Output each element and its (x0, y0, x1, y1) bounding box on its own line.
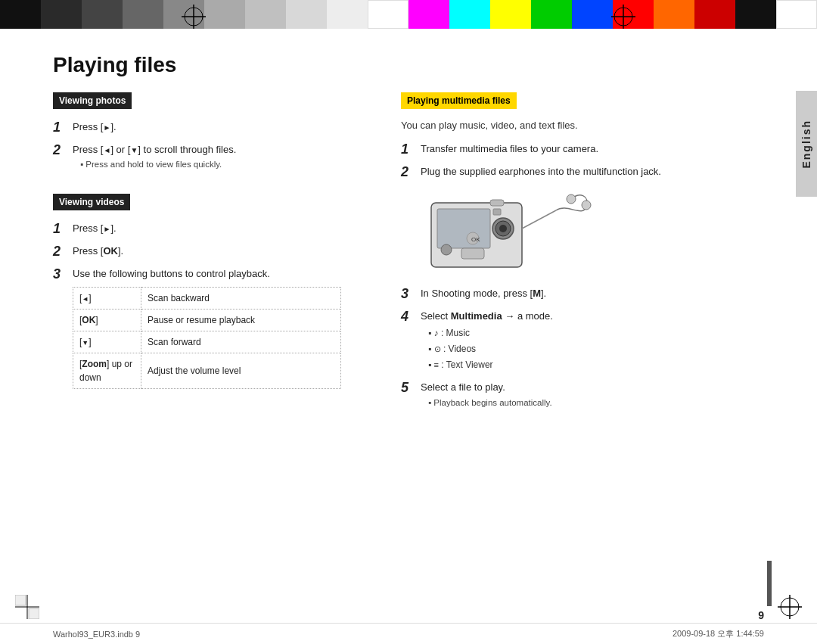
svg-rect-14 (461, 248, 484, 259)
sidebar-language-text: English (800, 120, 812, 169)
step-number-2: 2 (53, 142, 67, 159)
page-number: 9 (758, 609, 764, 621)
table-row: [▼] Scan forward (73, 331, 341, 353)
multimedia-step-5: 5 Select a file to play. Playback begins… (401, 380, 764, 409)
intro-text: You can play music, video, and text file… (401, 120, 764, 131)
color-white2 (776, 0, 817, 29)
mm-step-3-content: In Shooting mode, press [M]. (421, 286, 764, 301)
footer-left: Warhol93_EUR3.indb 9 (53, 630, 140, 639)
photo-step-1-content: Press [►]. (73, 120, 371, 135)
svg-rect-13 (490, 200, 504, 206)
video-step-num-3: 3 (53, 266, 67, 283)
svg-point-12 (441, 244, 452, 255)
color-lightgray (286, 0, 327, 29)
left-column: Viewing photos 1 Press [►]. 2 Press [◄] … (53, 92, 371, 432)
svg-text:OK: OK (471, 236, 480, 243)
reg-mark-top-right (611, 5, 635, 31)
video-step-2-content: Press [OK]. (73, 244, 371, 259)
video-step-3: 3 Use the following buttons to control p… (53, 266, 371, 390)
right-column: Playing multimedia files You can play mu… (401, 92, 764, 432)
photo-step-1: 1 Press [►]. (53, 120, 371, 136)
color-gray1 (82, 0, 123, 29)
camera-illustration: OK (424, 188, 598, 278)
multimedia-step-3: 3 In Shooting mode, press [M]. (401, 286, 764, 303)
color-gray4 (204, 0, 245, 29)
table-row: [◄] Scan backward (73, 288, 341, 310)
controls-table: [◄] Scan backward [OK] Pause or resume p… (73, 287, 341, 389)
footer-right: 2009-09-18 오후 1:44:59 (673, 628, 764, 639)
mode-list: : Music : Videos : Text Viewer (421, 326, 764, 372)
photo-step-2-sub: Press and hold to view files quickly. (73, 158, 371, 171)
svg-point-10 (499, 225, 507, 232)
svg-point-19 (582, 201, 591, 210)
playing-multimedia-header: Playing multimedia files (401, 92, 517, 109)
multimedia-step-1: 1 Transfer multimedia files to your came… (401, 142, 764, 158)
color-white (368, 0, 408, 29)
video-step-1-content: Press [►]. (73, 221, 371, 236)
color-black2 (735, 0, 776, 29)
svg-point-18 (567, 194, 576, 204)
button-back: [◄] (73, 288, 141, 310)
color-dark (41, 0, 82, 29)
video-step-num-2: 2 (53, 244, 67, 260)
table-row: [OK] Pause or resume playback (73, 310, 341, 331)
svg-rect-20 (15, 595, 26, 605)
photo-step-2: 2 Press [◄] or [▼] to scroll through fil… (53, 142, 371, 172)
mode-text: : Text Viewer (428, 358, 764, 372)
reg-mark-bottom-left (15, 595, 39, 621)
color-gray2 (123, 0, 163, 29)
mm-step-5-sub: Playback begins automatically. (421, 397, 764, 409)
svg-rect-21 (29, 608, 39, 619)
mm-step-1-content: Transfer multimedia files to your camera… (421, 142, 764, 157)
page-bar-accent (767, 561, 772, 606)
color-magenta (408, 0, 449, 29)
action-ok: Pause or resume playback (141, 310, 341, 331)
color-darkred (694, 0, 735, 29)
action-back: Scan backward (141, 288, 341, 310)
reg-mark-top-left (182, 5, 206, 31)
action-forward: Scan forward (141, 331, 341, 353)
camera-svg: OK (424, 188, 598, 278)
action-zoom: Adjust the volume level (141, 353, 341, 389)
viewing-videos-header: Viewing videos (53, 194, 130, 210)
viewing-photos-section: Viewing photos 1 Press [►]. 2 Press [◄] … (53, 92, 371, 171)
video-step-2: 2 Press [OK]. (53, 244, 371, 260)
top-color-bar (0, 0, 817, 29)
svg-rect-11 (493, 209, 501, 215)
color-cyan (449, 0, 490, 29)
video-step-num-1: 1 (53, 221, 67, 238)
photo-step-2-content: Press [◄] or [▼] to scroll through files… (73, 142, 371, 172)
video-step-3-content: Use the following buttons to control pla… (73, 266, 371, 390)
video-step-1: 1 Press [►]. (53, 221, 371, 238)
button-forward: [▼] (73, 331, 141, 353)
two-column-layout: Viewing photos 1 Press [►]. 2 Press [◄] … (53, 92, 764, 432)
svg-rect-7 (437, 209, 490, 248)
mm-step-num-4: 4 (401, 309, 415, 325)
color-yellow (490, 0, 531, 29)
footer: Warhol93_EUR3.indb 9 2009-09-18 오후 1:44:… (0, 623, 817, 644)
multimedia-step-4: 4 Select Multimedia → a mode. : Music : … (401, 309, 764, 375)
step-number-1: 1 (53, 120, 67, 136)
viewing-videos-section: Viewing videos 1 Press [►]. 2 Press [OK]… (53, 194, 371, 389)
viewing-photos-header: Viewing photos (53, 92, 132, 109)
color-blue (572, 0, 613, 29)
color-green (531, 0, 572, 29)
button-ok: [OK] (73, 310, 141, 331)
mm-step-5-content: Select a file to play. Playback begins a… (421, 380, 764, 409)
main-content: Playing files Viewing photos 1 Press [►]… (53, 53, 764, 599)
table-row: [Zoom] up or down Adjust the volume leve… (73, 353, 341, 389)
mm-step-num-2: 2 (401, 164, 415, 181)
mode-videos: : Videos (428, 342, 764, 356)
sidebar-language-label: English (796, 91, 817, 197)
playing-multimedia-section: Playing multimedia files You can play mu… (401, 92, 764, 409)
multimedia-step-2: 2 Plug the supplied earphones into the m… (401, 164, 764, 181)
mm-step-4-content: Select Multimedia → a mode. : Music : Vi… (421, 309, 764, 375)
mm-step-num-5: 5 (401, 380, 415, 397)
color-orange (654, 0, 694, 29)
color-silver (245, 0, 286, 29)
color-nearwhite (327, 0, 368, 29)
page-title: Playing files (53, 53, 764, 77)
mode-music: : Music (428, 326, 764, 340)
reg-mark-bottom-right (778, 595, 802, 621)
color-black (0, 0, 41, 29)
